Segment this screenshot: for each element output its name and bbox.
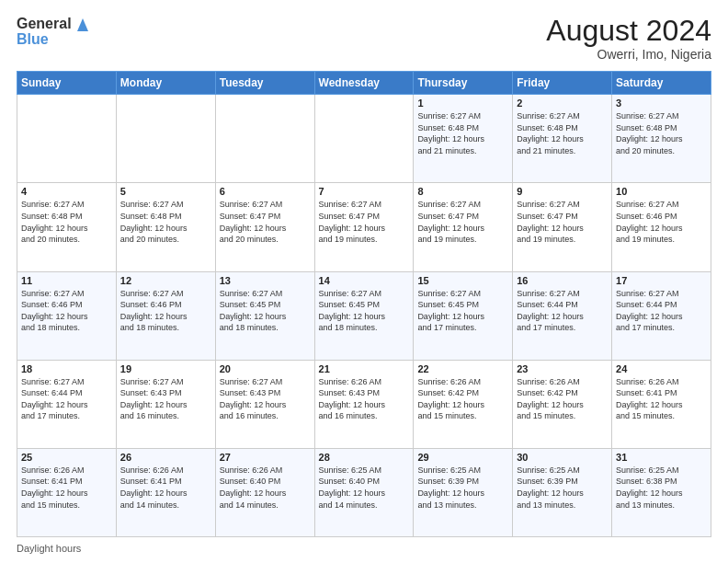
day-number: 10 — [616, 186, 707, 197]
day-number: 14 — [319, 275, 410, 286]
calendar-cell: 30Sunrise: 6:25 AM Sunset: 6:39 PM Dayli… — [513, 448, 612, 536]
calendar-cell: 17Sunrise: 6:27 AM Sunset: 6:44 PM Dayli… — [612, 271, 711, 360]
calendar-cell: 3Sunrise: 6:27 AM Sunset: 6:48 PM Daylig… — [612, 95, 711, 183]
calendar-cell: 19Sunrise: 6:27 AM Sunset: 6:43 PM Dayli… — [116, 360, 215, 448]
day-number: 2 — [517, 98, 608, 109]
day-info: Sunrise: 6:27 AM Sunset: 6:47 PM Dayligh… — [417, 199, 508, 245]
calendar-cell: 13Sunrise: 6:27 AM Sunset: 6:45 PM Dayli… — [215, 271, 314, 360]
day-number: 4 — [21, 186, 112, 197]
calendar-cell: 27Sunrise: 6:26 AM Sunset: 6:40 PM Dayli… — [215, 448, 314, 536]
month-year: August 2024 — [546, 15, 711, 47]
day-number: 13 — [220, 275, 311, 286]
day-info: Sunrise: 6:26 AM Sunset: 6:40 PM Dayligh… — [220, 465, 311, 511]
day-number: 28 — [319, 452, 410, 463]
day-info: Sunrise: 6:27 AM Sunset: 6:45 PM Dayligh… — [319, 288, 410, 334]
day-number: 1 — [417, 98, 508, 109]
footer: Daylight hours — [17, 543, 711, 554]
calendar-cell: 8Sunrise: 6:27 AM Sunset: 6:47 PM Daylig… — [414, 183, 513, 271]
calendar-cell: 24Sunrise: 6:26 AM Sunset: 6:41 PM Dayli… — [612, 360, 711, 448]
day-info: Sunrise: 6:26 AM Sunset: 6:43 PM Dayligh… — [319, 376, 410, 422]
day-number: 8 — [417, 186, 508, 197]
day-info: Sunrise: 6:27 AM Sunset: 6:45 PM Dayligh… — [417, 288, 508, 334]
day-info: Sunrise: 6:27 AM Sunset: 6:43 PM Dayligh… — [120, 376, 211, 422]
page: General Blue August 2024 Owerri, Imo, Ni… — [0, 0, 728, 563]
day-number: 19 — [120, 363, 211, 374]
calendar-cell: 12Sunrise: 6:27 AM Sunset: 6:46 PM Dayli… — [116, 271, 215, 360]
day-number: 18 — [21, 363, 112, 374]
daylight-hours-label: Daylight hours — [17, 543, 81, 554]
calendar-cell — [17, 95, 117, 183]
calendar-cell: 22Sunrise: 6:26 AM Sunset: 6:42 PM Dayli… — [414, 360, 513, 448]
calendar-cell: 5Sunrise: 6:27 AM Sunset: 6:48 PM Daylig… — [116, 183, 215, 271]
day-number: 15 — [417, 275, 508, 286]
day-info: Sunrise: 6:27 AM Sunset: 6:47 PM Dayligh… — [319, 199, 410, 245]
day-number: 5 — [120, 186, 211, 197]
day-info: Sunrise: 6:25 AM Sunset: 6:39 PM Dayligh… — [517, 465, 608, 511]
day-number: 31 — [616, 452, 707, 463]
calendar-cell: 2Sunrise: 6:27 AM Sunset: 6:48 PM Daylig… — [513, 95, 612, 183]
week-row-1: 1Sunrise: 6:27 AM Sunset: 6:48 PM Daylig… — [17, 95, 711, 183]
location: Owerri, Imo, Nigeria — [546, 47, 711, 62]
day-number: 26 — [120, 452, 211, 463]
calendar-cell — [215, 95, 314, 183]
calendar-cell: 31Sunrise: 6:25 AM Sunset: 6:38 PM Dayli… — [612, 448, 711, 536]
calendar-cell — [116, 95, 215, 183]
day-info: Sunrise: 6:25 AM Sunset: 6:40 PM Dayligh… — [319, 465, 410, 511]
calendar-cell: 18Sunrise: 6:27 AM Sunset: 6:44 PM Dayli… — [17, 360, 117, 448]
calendar-cell: 25Sunrise: 6:26 AM Sunset: 6:41 PM Dayli… — [17, 448, 117, 536]
weekday-friday: Friday — [513, 72, 612, 95]
day-number: 30 — [517, 452, 608, 463]
day-info: Sunrise: 6:27 AM Sunset: 6:48 PM Dayligh… — [120, 199, 211, 245]
day-info: Sunrise: 6:26 AM Sunset: 6:42 PM Dayligh… — [417, 376, 508, 422]
weekday-wednesday: Wednesday — [314, 72, 414, 95]
day-info: Sunrise: 6:27 AM Sunset: 6:47 PM Dayligh… — [517, 199, 608, 245]
calendar-table: SundayMondayTuesdayWednesdayThursdayFrid… — [17, 71, 711, 537]
weekday-monday: Monday — [116, 72, 215, 95]
day-number: 24 — [616, 363, 707, 374]
day-number: 3 — [616, 98, 707, 109]
day-number: 12 — [120, 275, 211, 286]
day-info: Sunrise: 6:27 AM Sunset: 6:46 PM Dayligh… — [616, 199, 707, 245]
weekday-thursday: Thursday — [414, 72, 513, 95]
day-info: Sunrise: 6:25 AM Sunset: 6:38 PM Dayligh… — [616, 465, 707, 511]
day-number: 17 — [616, 275, 707, 286]
weekday-sunday: Sunday — [17, 72, 117, 95]
logo: General Blue — [17, 15, 92, 48]
calendar-cell: 23Sunrise: 6:26 AM Sunset: 6:42 PM Dayli… — [513, 360, 612, 448]
calendar-cell: 10Sunrise: 6:27 AM Sunset: 6:46 PM Dayli… — [612, 183, 711, 271]
day-number: 29 — [417, 452, 508, 463]
calendar-cell: 7Sunrise: 6:27 AM Sunset: 6:47 PM Daylig… — [314, 183, 414, 271]
day-number: 20 — [220, 363, 311, 374]
day-number: 27 — [220, 452, 311, 463]
calendar-cell: 16Sunrise: 6:27 AM Sunset: 6:44 PM Dayli… — [513, 271, 612, 360]
svg-marker-0 — [77, 18, 88, 31]
weekday-tuesday: Tuesday — [215, 72, 314, 95]
calendar-cell: 1Sunrise: 6:27 AM Sunset: 6:48 PM Daylig… — [414, 95, 513, 183]
week-row-5: 25Sunrise: 6:26 AM Sunset: 6:41 PM Dayli… — [17, 448, 711, 536]
day-info: Sunrise: 6:27 AM Sunset: 6:48 PM Dayligh… — [21, 199, 112, 245]
calendar-cell: 6Sunrise: 6:27 AM Sunset: 6:47 PM Daylig… — [215, 183, 314, 271]
calendar-cell: 15Sunrise: 6:27 AM Sunset: 6:45 PM Dayli… — [414, 271, 513, 360]
calendar-cell: 20Sunrise: 6:27 AM Sunset: 6:43 PM Dayli… — [215, 360, 314, 448]
logo-triangle-icon — [74, 15, 92, 33]
day-number: 11 — [21, 275, 112, 286]
day-number: 22 — [417, 363, 508, 374]
calendar-cell — [314, 95, 414, 183]
calendar-cell: 4Sunrise: 6:27 AM Sunset: 6:48 PM Daylig… — [17, 183, 117, 271]
calendar-cell: 29Sunrise: 6:25 AM Sunset: 6:39 PM Dayli… — [414, 448, 513, 536]
calendar-cell: 14Sunrise: 6:27 AM Sunset: 6:45 PM Dayli… — [314, 271, 414, 360]
day-number: 21 — [319, 363, 410, 374]
title-block: August 2024 Owerri, Imo, Nigeria — [546, 15, 711, 62]
calendar-cell: 9Sunrise: 6:27 AM Sunset: 6:47 PM Daylig… — [513, 183, 612, 271]
day-info: Sunrise: 6:27 AM Sunset: 6:48 PM Dayligh… — [517, 110, 608, 156]
calendar-cell: 26Sunrise: 6:26 AM Sunset: 6:41 PM Dayli… — [116, 448, 215, 536]
day-info: Sunrise: 6:27 AM Sunset: 6:48 PM Dayligh… — [616, 110, 707, 156]
day-info: Sunrise: 6:27 AM Sunset: 6:46 PM Dayligh… — [21, 288, 112, 334]
day-number: 23 — [517, 363, 608, 374]
day-number: 9 — [517, 186, 608, 197]
weekday-saturday: Saturday — [612, 72, 711, 95]
day-info: Sunrise: 6:27 AM Sunset: 6:43 PM Dayligh… — [220, 376, 311, 422]
week-row-2: 4Sunrise: 6:27 AM Sunset: 6:48 PM Daylig… — [17, 183, 711, 271]
day-number: 6 — [220, 186, 311, 197]
day-info: Sunrise: 6:27 AM Sunset: 6:47 PM Dayligh… — [220, 199, 311, 245]
